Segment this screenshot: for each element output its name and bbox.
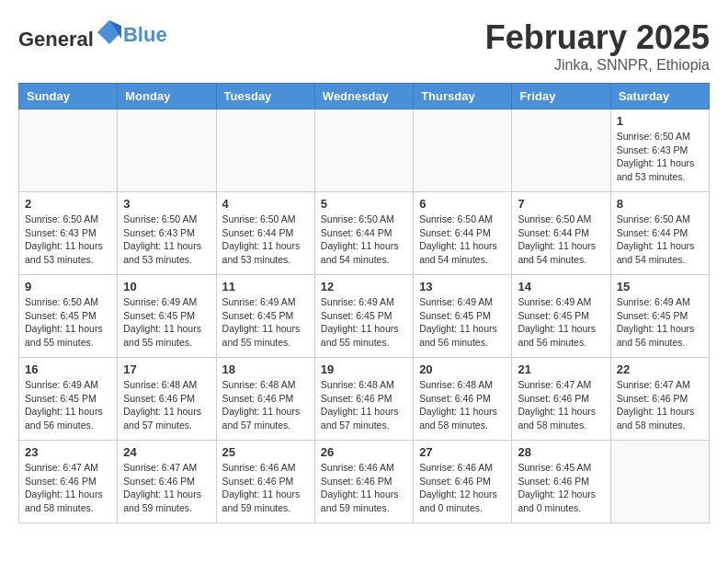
day-number: 20 [419,362,506,376]
day-number: 18 [222,362,309,376]
calendar-week-row: 9Sunrise: 6:50 AM Sunset: 6:45 PM Daylig… [19,275,710,358]
day-number: 8 [617,197,703,211]
day-info: Sunrise: 6:48 AM Sunset: 6:46 PM Dayligh… [123,378,210,432]
day-number: 7 [518,197,604,211]
calendar-cell [314,109,413,192]
calendar-cell: 17Sunrise: 6:48 AM Sunset: 6:46 PM Dayli… [118,358,216,441]
day-info: Sunrise: 6:50 AM Sunset: 6:45 PM Dayligh… [25,295,111,350]
day-info: Sunrise: 6:50 AM Sunset: 6:44 PM Dayligh… [321,213,407,267]
calendar-cell: 23Sunrise: 6:47 AM Sunset: 6:46 PM Dayli… [19,441,118,523]
calendar-cell: 3Sunrise: 6:50 AM Sunset: 6:43 PM Daylig… [118,192,216,275]
day-number: 22 [617,362,703,376]
calendar-table: SundayMondayTuesdayWednesdayThursdayFrid… [18,83,710,523]
calendar-cell [19,109,118,192]
calendar-cell [216,109,314,192]
day-info: Sunrise: 6:47 AM Sunset: 6:46 PM Dayligh… [25,461,111,515]
calendar-cell [414,109,512,192]
day-info: Sunrise: 6:46 AM Sunset: 6:46 PM Dayligh… [222,461,309,515]
weekday-header: Friday [512,84,610,109]
day-number: 24 [123,445,210,459]
day-number: 3 [123,197,210,211]
logo: General Blue [18,18,167,52]
day-info: Sunrise: 6:49 AM Sunset: 6:45 PM Dayligh… [222,295,309,350]
day-info: Sunrise: 6:49 AM Sunset: 6:45 PM Dayligh… [617,295,703,350]
day-info: Sunrise: 6:50 AM Sunset: 6:43 PM Dayligh… [617,130,703,184]
calendar-week-row: 2Sunrise: 6:50 AM Sunset: 6:43 PM Daylig… [19,192,710,275]
day-number: 9 [25,280,111,293]
day-info: Sunrise: 6:48 AM Sunset: 6:46 PM Dayligh… [321,378,407,432]
day-info: Sunrise: 6:49 AM Sunset: 6:45 PM Dayligh… [123,295,210,350]
day-number: 4 [222,197,309,211]
weekday-header-row: SundayMondayTuesdayWednesdayThursdayFrid… [19,84,710,109]
calendar-cell: 11Sunrise: 6:49 AM Sunset: 6:45 PM Dayli… [216,275,314,358]
day-info: Sunrise: 6:50 AM Sunset: 6:43 PM Dayligh… [25,213,111,267]
day-info: Sunrise: 6:48 AM Sunset: 6:46 PM Dayligh… [419,378,506,432]
calendar-cell: 20Sunrise: 6:48 AM Sunset: 6:46 PM Dayli… [414,358,512,441]
calendar-cell: 21Sunrise: 6:47 AM Sunset: 6:46 PM Dayli… [512,358,610,441]
day-number: 2 [25,197,111,211]
calendar-week-row: 23Sunrise: 6:47 AM Sunset: 6:46 PM Dayli… [19,441,710,523]
day-number: 5 [321,197,407,211]
day-info: Sunrise: 6:49 AM Sunset: 6:45 PM Dayligh… [518,295,604,350]
day-info: Sunrise: 6:47 AM Sunset: 6:46 PM Dayligh… [617,378,703,432]
calendar-cell: 10Sunrise: 6:49 AM Sunset: 6:45 PM Dayli… [118,275,216,358]
day-number: 26 [321,445,407,459]
calendar-cell: 12Sunrise: 6:49 AM Sunset: 6:45 PM Dayli… [314,275,413,358]
day-info: Sunrise: 6:49 AM Sunset: 6:45 PM Dayligh… [25,378,111,432]
day-number: 17 [123,362,210,376]
logo-general: General [18,28,94,51]
day-number: 21 [518,362,604,376]
day-info: Sunrise: 6:50 AM Sunset: 6:44 PM Dayligh… [518,213,604,267]
day-info: Sunrise: 6:49 AM Sunset: 6:45 PM Dayligh… [419,295,506,350]
weekday-header: Thursday [414,84,512,109]
calendar-week-row: 1Sunrise: 6:50 AM Sunset: 6:43 PM Daylig… [19,109,710,192]
day-info: Sunrise: 6:50 AM Sunset: 6:43 PM Dayligh… [123,213,210,267]
day-number: 10 [123,280,210,293]
weekday-header: Wednesday [314,84,413,109]
day-number: 27 [419,445,506,459]
calendar-cell: 14Sunrise: 6:49 AM Sunset: 6:45 PM Dayli… [512,275,610,358]
day-info: Sunrise: 6:50 AM Sunset: 6:44 PM Dayligh… [617,213,703,267]
day-info: Sunrise: 6:50 AM Sunset: 6:44 PM Dayligh… [419,213,506,267]
calendar-cell: 19Sunrise: 6:48 AM Sunset: 6:46 PM Dayli… [314,358,413,441]
calendar-cell: 25Sunrise: 6:46 AM Sunset: 6:46 PM Dayli… [216,441,314,523]
day-info: Sunrise: 6:49 AM Sunset: 6:45 PM Dayligh… [321,295,407,350]
day-number: 16 [25,362,111,376]
day-number: 25 [222,445,309,459]
calendar-cell [610,441,709,523]
calendar-week-row: 16Sunrise: 6:49 AM Sunset: 6:45 PM Dayli… [19,358,710,441]
calendar-cell: 16Sunrise: 6:49 AM Sunset: 6:45 PM Dayli… [19,358,118,441]
day-info: Sunrise: 6:47 AM Sunset: 6:46 PM Dayligh… [518,378,604,432]
calendar-cell: 24Sunrise: 6:47 AM Sunset: 6:46 PM Dayli… [118,441,216,523]
calendar-cell [512,109,610,192]
calendar-cell: 22Sunrise: 6:47 AM Sunset: 6:46 PM Dayli… [610,358,709,441]
day-info: Sunrise: 6:50 AM Sunset: 6:44 PM Dayligh… [222,213,309,267]
calendar-cell: 18Sunrise: 6:48 AM Sunset: 6:46 PM Dayli… [216,358,314,441]
day-number: 15 [617,280,703,293]
day-info: Sunrise: 6:47 AM Sunset: 6:46 PM Dayligh… [123,461,210,515]
calendar-cell: 2Sunrise: 6:50 AM Sunset: 6:43 PM Daylig… [19,192,118,275]
calendar-cell: 5Sunrise: 6:50 AM Sunset: 6:44 PM Daylig… [314,192,413,275]
page-header: General Blue February 2025 Jinka, SNNPR,… [18,18,710,74]
weekday-header: Tuesday [216,84,314,109]
day-info: Sunrise: 6:46 AM Sunset: 6:46 PM Dayligh… [321,461,407,515]
day-number: 6 [419,197,506,211]
calendar-cell: 9Sunrise: 6:50 AM Sunset: 6:45 PM Daylig… [19,275,118,358]
day-number: 12 [321,280,407,293]
calendar-cell [118,109,216,192]
calendar-cell: 8Sunrise: 6:50 AM Sunset: 6:44 PM Daylig… [610,192,709,275]
calendar-cell: 28Sunrise: 6:45 AM Sunset: 6:46 PM Dayli… [512,441,610,523]
calendar-cell: 27Sunrise: 6:46 AM Sunset: 6:46 PM Dayli… [414,441,512,523]
weekday-header: Monday [118,84,216,109]
day-number: 1 [617,114,703,128]
calendar-cell: 13Sunrise: 6:49 AM Sunset: 6:45 PM Dayli… [414,275,512,358]
calendar-cell: 4Sunrise: 6:50 AM Sunset: 6:44 PM Daylig… [216,192,314,275]
day-info: Sunrise: 6:48 AM Sunset: 6:46 PM Dayligh… [222,378,309,432]
day-number: 28 [518,445,604,459]
logo-blue: Blue [123,23,167,47]
title-block: February 2025 Jinka, SNNPR, Ethiopia [485,18,710,74]
calendar-cell: 1Sunrise: 6:50 AM Sunset: 6:43 PM Daylig… [610,109,709,192]
location-title: Jinka, SNNPR, Ethiopia [485,57,710,74]
weekday-header: Sunday [19,84,118,109]
logo-icon [96,18,123,46]
